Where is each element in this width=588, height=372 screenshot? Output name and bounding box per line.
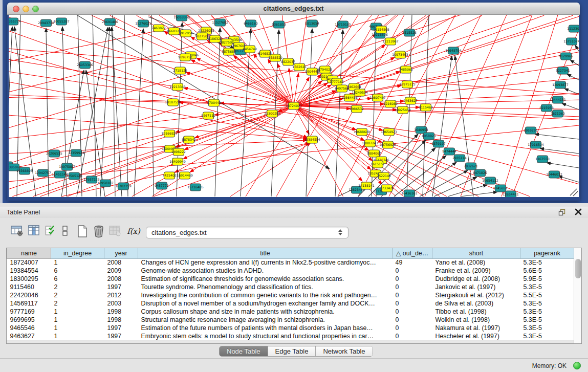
table-cell: 2012 xyxy=(104,291,138,299)
column-header-short[interactable]: short xyxy=(432,248,520,258)
graph-node-label: 8215958 xyxy=(539,106,554,110)
table-row[interactable]: 977716911998Corpus callosum shape and si… xyxy=(7,308,574,316)
graph-node-label: 10654112 xyxy=(482,179,498,182)
close-panel-icon[interactable] xyxy=(574,208,582,216)
graph-node-label: 23226055 xyxy=(198,29,214,32)
graph-node-label: 20206535 xyxy=(46,151,62,155)
graph-edge[interactable] xyxy=(124,15,128,196)
graph-edge[interactable] xyxy=(354,16,579,87)
graph-edge[interactable] xyxy=(432,56,452,196)
table-row[interactable]: 969969511998Structural magnetic resonanc… xyxy=(7,316,574,324)
table-header-row: namein_degreeyeartitle△ out_de…shortpage… xyxy=(7,248,574,258)
network-canvas[interactable]: 1872400724355724209437181005528720691406… xyxy=(9,15,579,197)
table-cell: 9777169 xyxy=(7,308,51,316)
graph-edge[interactable] xyxy=(564,89,579,94)
float-panel-icon[interactable] xyxy=(558,208,566,216)
graph-edge[interactable] xyxy=(434,177,477,196)
table-row[interactable]: 1938455462009Genome-wide association stu… xyxy=(7,267,574,275)
graph-edge[interactable] xyxy=(9,125,579,182)
graph-edge[interactable] xyxy=(358,15,455,196)
background-window-edge xyxy=(0,0,3,203)
graph-node-label: 6879197 xyxy=(431,142,446,145)
graph-edge[interactable] xyxy=(535,134,579,139)
table-selector-dropdown[interactable]: citations_edges.txt xyxy=(146,227,349,238)
table-row[interactable]: 946362711997Embryonic stem cells: a mode… xyxy=(7,332,574,340)
table-cell: 0 xyxy=(393,267,432,275)
graph-edge[interactable] xyxy=(78,15,82,196)
column-header-pagerank[interactable]: pagerank xyxy=(520,248,574,258)
table-row[interactable]: 1872400712008Changes of HCN gene express… xyxy=(7,258,574,267)
table-cell: 9463627 xyxy=(7,332,51,340)
graph-node-label: 14138141 xyxy=(358,184,375,187)
column-header-year[interactable]: year xyxy=(104,248,138,258)
graph-edge[interactable] xyxy=(448,185,487,196)
graph-edge[interactable] xyxy=(100,27,110,196)
vertical-scrollbar[interactable] xyxy=(574,248,581,343)
graph-edge[interactable] xyxy=(93,15,96,196)
graph-edge[interactable] xyxy=(562,103,579,110)
function-builder-icon[interactable]: f(x) xyxy=(126,225,141,238)
table-columns-icon[interactable] xyxy=(28,225,41,238)
table-cell: Hescheler et al. (1997) xyxy=(432,332,520,340)
graph-node-label: 11568895 xyxy=(16,169,33,172)
graph-edge[interactable] xyxy=(455,56,473,196)
graph-edge[interactable] xyxy=(151,15,154,196)
graph-edge[interactable] xyxy=(9,15,532,189)
table-cell: Embryonic stem cells: a model to study s… xyxy=(138,332,393,340)
graph-edge[interactable] xyxy=(246,15,358,196)
table-cell: 2009 xyxy=(104,267,138,275)
graph-edge[interactable] xyxy=(312,140,343,196)
table-row[interactable]: 1830029562008Estimation of significance … xyxy=(7,275,574,283)
graph-node-label: 9884067 xyxy=(367,151,381,155)
graph-node-label: 9827503 xyxy=(220,40,234,44)
graph-node-label: 18107552 xyxy=(165,100,181,104)
table-row[interactable]: 1456911722003Disruption of a novel membe… xyxy=(7,299,574,308)
graph-edge[interactable] xyxy=(426,107,579,109)
delete-icon[interactable] xyxy=(92,225,105,238)
graph-edge[interactable] xyxy=(9,134,169,169)
graph-edge[interactable] xyxy=(390,15,430,41)
graph-node-label: 1959295 xyxy=(524,128,538,132)
graph-edge[interactable] xyxy=(406,15,573,70)
memory-ok-indicator-icon[interactable] xyxy=(573,362,581,369)
table-settings-icon[interactable] xyxy=(10,225,24,238)
graph-edge[interactable] xyxy=(294,106,362,181)
graph-node-label: 3875685 xyxy=(222,50,236,53)
network-view-window: citations_edges.txt 18724007243557242094… xyxy=(7,3,580,201)
new-file-icon[interactable] xyxy=(76,225,89,238)
graph-edge[interactable] xyxy=(461,192,497,196)
tab-edge-table[interactable]: Edge Table xyxy=(268,346,316,357)
table-row[interactable]: 911546021997Tourette syndrome. Phenomeno… xyxy=(7,283,574,291)
tab-network-table[interactable]: Network Table xyxy=(316,346,372,357)
table-cell: 1 xyxy=(51,332,104,340)
graph-edge[interactable] xyxy=(294,104,384,106)
table-cell: Wolkin et al. (1998) xyxy=(432,316,520,324)
scrollbar-thumb[interactable] xyxy=(575,259,581,278)
column-header-name[interactable]: name xyxy=(7,248,51,258)
column-header-title[interactable]: title xyxy=(138,248,393,258)
graph-node-label: 16436161 xyxy=(401,191,418,195)
table-cell: Investigating the contribution of common… xyxy=(138,291,393,299)
graph-edge[interactable] xyxy=(575,45,579,51)
graph-node-label: 5912954 xyxy=(179,31,193,35)
column-header-in_degree[interactable]: in_degree xyxy=(51,248,104,258)
graph-edge[interactable] xyxy=(113,15,115,196)
column-header-out_de[interactable]: △ out_de… xyxy=(393,248,432,258)
table-cell: 19384554 xyxy=(7,267,51,275)
graph-node-label: 1588520 xyxy=(268,56,282,59)
table-checks-icon[interactable] xyxy=(45,225,55,238)
graph-edge[interactable] xyxy=(350,64,579,98)
graph-edge[interactable] xyxy=(570,189,577,195)
graph-edge[interactable] xyxy=(134,29,143,196)
table-row[interactable]: 2242004622012Investigating the contribut… xyxy=(7,291,574,299)
table-cell: Estimation of the future numbers of pati… xyxy=(138,324,393,332)
tab-node-table[interactable]: Node Table xyxy=(220,346,268,357)
network-window-titlebar[interactable]: citations_edges.txt xyxy=(7,3,580,15)
citation-network-graph[interactable]: 1872400724355724209437181005528720691406… xyxy=(9,15,579,197)
graph-edge[interactable] xyxy=(215,28,220,196)
graph-edge[interactable] xyxy=(547,163,579,168)
table-row[interactable]: 946554611997Estimation of the future num… xyxy=(7,324,574,332)
row-height-icon[interactable] xyxy=(61,225,69,238)
graph-edge[interactable] xyxy=(186,73,294,106)
graph-edge[interactable] xyxy=(337,15,455,82)
